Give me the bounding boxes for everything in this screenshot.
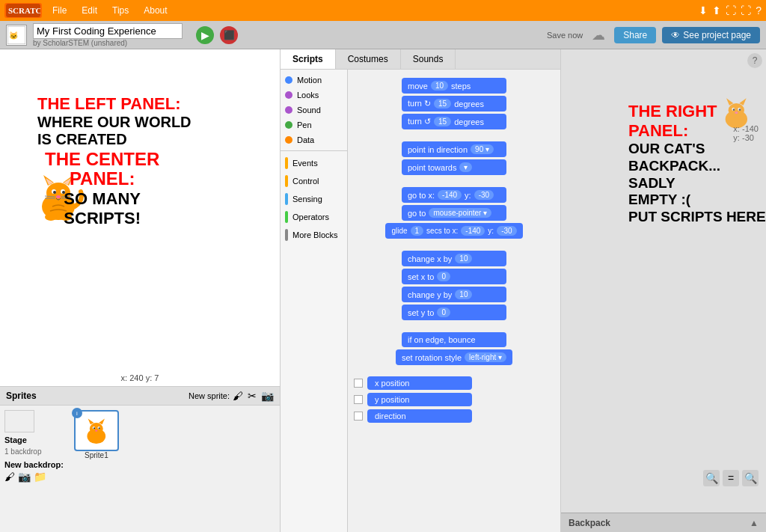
svg-point-27 (94, 427, 95, 429)
add-sprite-icon[interactable]: ✂ (248, 390, 257, 402)
save-now-label: Save now (547, 31, 583, 40)
block-y-position-row: y position (351, 391, 557, 408)
block-x-position-checkbox[interactable] (354, 379, 363, 388)
green-flag-button[interactable]: ▶ (196, 26, 214, 44)
menu-about[interactable]: About (139, 4, 171, 17)
block-direction-val[interactable]: 90 ▾ (471, 144, 494, 154)
see-project-button[interactable]: 👁 See project page (662, 27, 760, 43)
block-goto-target[interactable]: mouse-pointer ▾ (429, 208, 491, 218)
zoom-in-button[interactable]: 🔍 (742, 470, 759, 486)
folder-backdrop-icon[interactable]: 📁 (34, 471, 46, 483)
sprite1-item[interactable]: i Sprite1 (74, 410, 119, 484)
svg-point-5 (46, 183, 70, 204)
share-button[interactable]: Share (614, 27, 656, 43)
svg-marker-23 (88, 418, 94, 424)
category-operators[interactable]: Operators (281, 208, 347, 226)
backpack-bar[interactable]: Backpack ▲ (561, 513, 766, 532)
block-y-position[interactable]: y position (367, 393, 472, 406)
upload-icon[interactable]: ⬆ (712, 4, 721, 16)
project-name-input[interactable] (33, 23, 183, 39)
events-line (285, 157, 288, 169)
block-direction[interactable]: direction (367, 409, 472, 423)
block-set-x[interactable]: set x to 0 (402, 269, 506, 284)
motion-label: Motion (297, 76, 322, 85)
block-point-towards[interactable]: point towards ▾ (402, 159, 506, 175)
block-if-on-edge[interactable]: if on edge, bounce (402, 332, 506, 347)
category-divider (281, 150, 347, 151)
zoom-reset-button[interactable]: = (723, 470, 739, 486)
menu-file[interactable]: File (48, 4, 71, 17)
stage-info-block: Stage 1 backdrop New backdrop: 🖌 📷 📁 (4, 410, 64, 484)
block-gap-1 (351, 132, 557, 139)
block-gap-2 (351, 177, 557, 185)
coord-display: x: 240 y: 7 (121, 373, 159, 382)
block-direction-row: direction (351, 408, 557, 424)
right-content: ? x: -140 y: -30 THE RIG (561, 49, 766, 513)
category-motion[interactable]: Motion (281, 73, 347, 88)
category-pen[interactable]: Pen (281, 117, 347, 132)
block-towards-val[interactable]: ▾ (459, 162, 472, 172)
stage-info-sub: 1 backdrop (4, 447, 64, 456)
backdrop-icons: 🖌 📷 📁 (4, 471, 46, 483)
block-turn-right[interactable]: turn ↻ 15 degrees (402, 96, 506, 111)
cat-sprite[interactable] (30, 169, 86, 227)
tab-scripts[interactable]: Scripts (281, 49, 336, 69)
events-label: Events (292, 159, 318, 168)
more-blocks-line (285, 229, 288, 241)
camera-sprite-icon[interactable]: 📷 (261, 390, 274, 402)
block-point-direction[interactable]: point in direction 90 ▾ (402, 141, 506, 157)
category-sensing[interactable]: Sensing (281, 190, 347, 208)
project-title-area: by ScholarSTEM (unshared) (33, 23, 183, 47)
header-bar: 🐱 by ScholarSTEM (unshared) ▶ ⬛ Save now… (0, 21, 766, 49)
block-change-y[interactable]: change y by 10 (402, 287, 506, 302)
block-glide[interactable]: glide 1 secs to x: -140 y: -30 (385, 223, 522, 239)
menu-tips[interactable]: Tips (108, 4, 133, 17)
category-control[interactable]: Control (281, 172, 347, 190)
sprite1-thumbnail[interactable]: i (74, 410, 119, 451)
right-panel-title: THE RIGHT PANEL: (628, 102, 766, 141)
photo-backdrop-icon[interactable]: 📷 (18, 471, 31, 483)
help-button[interactable]: ? (747, 53, 762, 68)
control-line (285, 175, 288, 187)
zoom-controls: 🔍 = 🔍 (703, 470, 759, 486)
block-gap-5 (351, 367, 557, 375)
block-rotation-style[interactable]: set rotation style left-right ▾ (396, 349, 512, 365)
pen-label: Pen (297, 120, 312, 129)
data-dot (285, 136, 292, 144)
compact-icon[interactable]: ⛶ (741, 4, 751, 16)
scripts-content: Motion Looks Sound Pen Data (281, 70, 560, 532)
block-rotation-val[interactable]: left-right ▾ (465, 352, 506, 362)
block-change-x[interactable]: change x by 10 (402, 251, 506, 266)
tab-costumes[interactable]: Costumes (336, 49, 401, 69)
category-sound[interactable]: Sound (281, 103, 347, 117)
main-layout: THE LEFT PANEL: WHERE OUR WORLD IS CREAT… (0, 49, 766, 532)
download-icon[interactable]: ⬇ (699, 4, 708, 16)
block-turn-left[interactable]: turn ↺ 15 degrees (402, 114, 506, 129)
block-y-position-checkbox[interactable] (354, 395, 363, 404)
sprites-label: Sprites (6, 391, 37, 401)
zoom-out-button[interactable]: 🔍 (703, 470, 720, 486)
paint-backdrop-icon[interactable]: 🖌 (4, 471, 15, 483)
svg-point-14 (56, 195, 61, 198)
paint-sprite-icon[interactable]: 🖌 (233, 390, 243, 402)
block-x-position[interactable]: x position (367, 376, 472, 390)
block-direction-checkbox[interactable] (354, 412, 363, 421)
category-events[interactable]: Events (281, 154, 347, 172)
category-more-blocks[interactable]: More Blocks (281, 226, 347, 244)
cloud-icon: ☁ (592, 27, 605, 43)
block-set-y[interactable]: set y to 0 (402, 305, 506, 320)
block-goto-mousepointer[interactable]: go to mouse-pointer ▾ (402, 205, 506, 221)
fullscreen-icon[interactable]: ⛶ (726, 4, 736, 16)
block-glide-y: -30 (497, 226, 516, 236)
category-data[interactable]: Data (281, 132, 347, 147)
block-move-val: 10 (431, 81, 448, 91)
red-stop-button[interactable]: ⬛ (220, 26, 238, 44)
stage-thumbnail[interactable] (4, 410, 34, 432)
category-looks[interactable]: Looks (281, 88, 347, 103)
tab-sounds[interactable]: Sounds (401, 49, 456, 69)
menu-edit[interactable]: Edit (77, 4, 102, 17)
block-move-steps[interactable]: move 10 steps (402, 78, 506, 94)
menu-bar: SCRATCH File Edit Tips About ⬇ ⬆ ⛶ ⛶ ? (0, 0, 766, 21)
help-icon[interactable]: ? (756, 4, 762, 16)
block-goto-xy[interactable]: go to x: -140 y: -30 (402, 187, 506, 203)
